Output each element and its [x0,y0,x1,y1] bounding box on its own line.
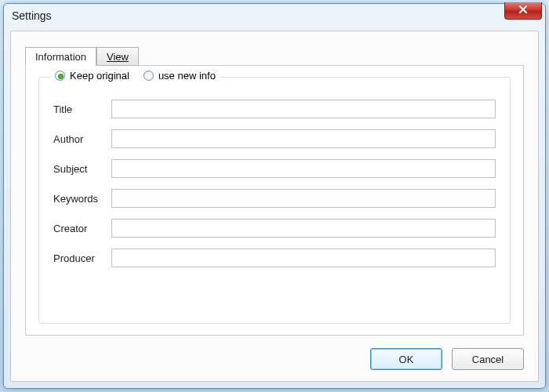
radio-dot-icon [144,71,154,81]
row-author: Author [53,129,496,148]
row-creator: Creator [53,219,496,238]
label-creator: Creator [53,223,111,234]
input-keywords[interactable] [111,189,496,208]
row-subject: Subject [53,159,496,178]
tab-label: Information [35,51,86,63]
form-rows: Title Author Subject Keywords [53,100,496,267]
tabstrip: Information View [25,47,139,66]
window-title: Settings [12,9,52,22]
radio-dot-icon [55,71,65,81]
radio-use-new-info[interactable]: use new info [144,70,216,82]
row-keywords: Keywords [53,189,496,208]
titlebar: Settings [4,4,545,27]
radio-label: use new info [158,70,216,82]
label-producer: Producer [53,252,111,264]
radio-label: Keep original [70,70,129,82]
close-icon [518,5,528,16]
dialog-button-row: OK Cancel [370,348,524,370]
label-subject: Subject [53,163,111,175]
row-title: Title [53,100,496,118]
tab-information[interactable]: Information [25,47,96,66]
input-subject[interactable] [111,159,496,178]
button-label: OK [399,354,414,365]
ok-button[interactable]: OK [370,348,442,370]
input-title[interactable] [111,100,496,118]
input-creator[interactable] [111,219,496,238]
tabpanel-information: Keep original use new info Title Author [25,65,524,336]
input-producer[interactable] [111,249,496,267]
client-area: Information View Keep original use new i… [10,31,539,382]
button-label: Cancel [472,354,504,365]
info-groupbox: Keep original use new info Title Author [38,77,511,324]
tab-label: View [107,51,129,63]
input-author[interactable] [111,129,496,148]
cancel-button[interactable]: Cancel [452,348,524,370]
row-producer: Producer [53,249,496,267]
tab-view[interactable]: View [96,47,139,66]
label-title: Title [53,103,111,115]
radio-keep-original[interactable]: Keep original [55,70,129,82]
group-legend: Keep original use new info [50,70,220,82]
close-button[interactable] [504,2,542,20]
label-keywords: Keywords [53,193,111,205]
settings-dialog: Settings Information View Keep original [3,3,546,389]
label-author: Author [53,133,111,145]
